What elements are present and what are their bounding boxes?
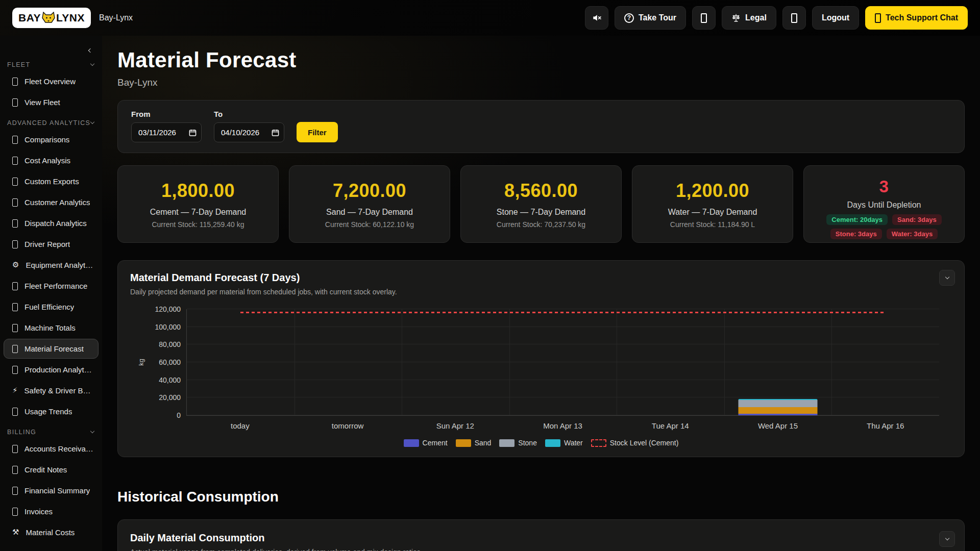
chevron-left-icon (88, 48, 92, 53)
calendar-icon[interactable] (189, 129, 197, 136)
grid-line-horizontal (187, 380, 939, 380)
sidebar-item-cost-analysis[interactable]: Cost Analysis (4, 151, 99, 170)
stat-label: Stone — 7-Day Demand (461, 208, 621, 217)
legend-swatch (499, 439, 514, 447)
sidebar-section-billing[interactable]: BILLING (0, 422, 102, 438)
sidebar-item-machine-totals[interactable]: Machine Totals (4, 318, 99, 338)
navbar-actions: ? Take Tour Legal Logout Tech Support Ch… (585, 6, 968, 30)
stat-stock: Current Stock: 115,259.40 kg (118, 220, 278, 229)
sidebar-item-label: Material Costs (26, 528, 75, 537)
chevron-down-icon (90, 429, 94, 433)
y-axis-tick: 40,000 (159, 376, 181, 384)
sidebar-item-dispatch-analytics[interactable]: Dispatch Analytics (4, 213, 99, 233)
sidebar-item-usage-trends[interactable]: Usage Trends (4, 402, 99, 421)
tech-support-chat-button[interactable]: Tech Support Chat (865, 6, 968, 30)
sidebar-item-material-forecast[interactable]: Material Forecast (4, 339, 99, 359)
box-glyph-icon (12, 178, 18, 186)
top-navbar: BAY LYNX Bay-Lynx ? Take Tour (0, 0, 980, 36)
y-axis-tick: 100,000 (155, 323, 181, 331)
sidebar-section-advanced-analytics[interactable]: ADVANCED ANALYTICS (0, 113, 102, 129)
sidebar-collapse-button[interactable] (89, 45, 92, 54)
sidebar-item-production-analytics[interactable]: Production Analytics (4, 360, 99, 380)
take-tour-button[interactable]: ? Take Tour (615, 6, 686, 30)
sidebar-item-label: Fuel Efficiency (24, 303, 74, 311)
grid-line-horizontal (187, 309, 939, 309)
legend-item-stone[interactable]: Stone (499, 439, 537, 447)
box-glyph-icon (12, 282, 18, 290)
stat-label: Cement — 7-Day Demand (118, 208, 278, 217)
stat-stock: Current Stock: 60,122.10 kg (289, 220, 450, 229)
sidebar-item-accounts-receivable[interactable]: Accounts Receivable (4, 439, 99, 459)
take-tour-label: Take Tour (639, 13, 676, 22)
grid-line-horizontal (187, 344, 939, 344)
nav-extra-button-1[interactable] (692, 6, 716, 30)
baylynx-logo[interactable]: BAY LYNX (12, 8, 91, 28)
sidebar-item-label: Usage Trends (24, 407, 72, 416)
box-glyph-icon (12, 487, 18, 495)
sidebar-item-fleet-performance[interactable]: Fleet Performance (4, 276, 99, 296)
from-field: From (131, 110, 202, 142)
sidebar-item-fleet-overview[interactable]: Fleet Overview (4, 71, 99, 91)
missing-glyph-icon (701, 13, 707, 23)
calendar-icon[interactable] (272, 129, 279, 136)
sidebar-item-driver-report[interactable]: Driver Report (4, 234, 99, 254)
section-label: FLEET (7, 61, 30, 68)
chevron-down-icon (945, 536, 949, 540)
sidebar-item-label: Comparisons (24, 135, 69, 144)
sidebar-item-view-fleet[interactable]: View Fleet (4, 92, 99, 112)
sidebar-item-invoices[interactable]: Invoices (4, 502, 99, 521)
legend-item-cement[interactable]: Cement (404, 439, 448, 447)
x-axis-tick-label: Mon Apr 13 (509, 421, 617, 430)
sidebar-item-comparisons[interactable]: Comparisons (4, 130, 99, 149)
to-label: To (214, 110, 284, 118)
sidebar-item-equipment-analytics[interactable]: ⚙ Equipment Analytics (4, 255, 99, 275)
stock-level-line (240, 312, 885, 313)
legend-item-stock-level[interactable]: Stock Level (Cement) (591, 439, 679, 447)
stat-label: Water — 7-Day Demand (632, 208, 793, 217)
bar-segment-water (739, 399, 818, 400)
y-axis-tick: 20,000 (159, 393, 181, 402)
filter-button[interactable]: Filter (297, 122, 338, 142)
question-circle-icon: ? (624, 13, 634, 23)
sidebar-item-label: Fleet Performance (24, 282, 87, 290)
sidebar-item-financial-summary[interactable]: Financial Summary (4, 481, 99, 500)
grid-line-vertical (831, 309, 832, 415)
logout-button[interactable]: Logout (812, 6, 859, 30)
legend-label: Stone (518, 439, 537, 447)
stat-cards-row: 1,800.00 Cement — 7-Day Demand Current S… (117, 165, 965, 243)
collapse-card-button[interactable] (939, 270, 955, 286)
box-glyph-icon (12, 303, 18, 311)
sidebar-section-fleet[interactable]: FLEET (0, 55, 102, 70)
box-glyph-icon (12, 345, 18, 353)
legend-item-water[interactable]: Water (545, 439, 583, 447)
sidebar-item-custom-exports[interactable]: Custom Exports (4, 171, 99, 191)
lynx-head-icon (42, 12, 55, 24)
grid-line-vertical (402, 309, 402, 415)
chevron-down-icon (90, 120, 94, 124)
scales-icon (731, 13, 741, 22)
box-glyph-icon (12, 324, 18, 332)
stacked-bar[interactable] (739, 309, 818, 415)
sidebar-item-label: Credit Notes (24, 465, 67, 474)
sidebar-item-material-costs[interactable]: ⚒ Material Costs (4, 522, 99, 542)
mute-button[interactable] (585, 6, 608, 30)
y-axis-tick: 0 (177, 411, 181, 419)
stat-label: Sand — 7-Day Demand (289, 208, 450, 217)
nav-extra-button-2[interactable] (782, 6, 806, 30)
sidebar-item-safety-driver-behavior[interactable]: ⚡ Safety & Driver Beh... (4, 381, 99, 400)
x-axis-labels: todaytomorrowSun Apr 12Mon Apr 13Tue Apr… (186, 421, 939, 430)
legal-button[interactable]: Legal (722, 6, 776, 30)
sidebar-item-label: Custom Exports (24, 177, 79, 186)
grid-line-horizontal (187, 362, 939, 362)
collapse-card-button[interactable] (939, 531, 955, 547)
stat-value: 8,560.00 (461, 180, 621, 202)
box-glyph-icon (12, 157, 18, 165)
sidebar-item-customer-analytics[interactable]: Customer Analytics (4, 192, 99, 212)
x-axis-tick-label: Thu Apr 16 (831, 421, 939, 430)
sidebar-item-label: Financial Summary (24, 486, 90, 495)
sidebar-item-fuel-efficiency[interactable]: Fuel Efficiency (4, 297, 99, 317)
sidebar-item-credit-notes[interactable]: Credit Notes (4, 460, 99, 480)
status-badge: Water: 3days (887, 229, 938, 239)
chat-missing-glyph-icon (875, 13, 881, 23)
legend-item-sand[interactable]: Sand (456, 439, 492, 447)
